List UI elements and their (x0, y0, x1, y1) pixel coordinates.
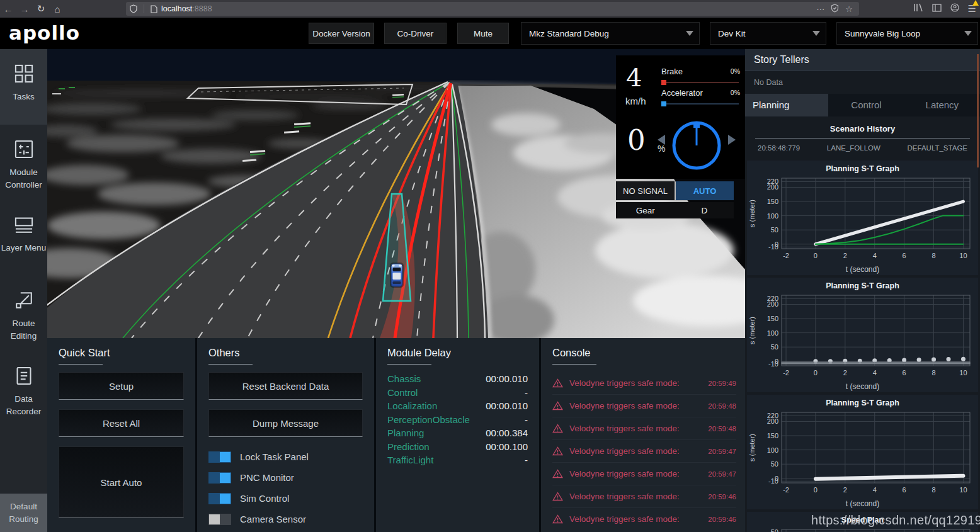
chevron-down-icon (807, 31, 826, 36)
library-icon[interactable] (913, 3, 923, 14)
svg-text:s (meter): s (meter) (748, 434, 756, 461)
page-icon (151, 5, 157, 13)
delay-row-localization: Localization00:00.010 (387, 399, 528, 413)
warning-icon (552, 514, 563, 524)
page-actions-icon[interactable]: ⋯ (816, 4, 824, 14)
svg-text:2: 2 (843, 486, 847, 494)
svg-text:10: 10 (959, 252, 967, 259)
pnc-monitor-toggle[interactable]: PNC Monitor (208, 467, 363, 488)
scenario-history: Scenario History 20:58:48:779 LANE_FOLLO… (745, 116, 980, 158)
watermark: https://blog.csdn.net/qq1291917670 (811, 513, 980, 528)
tab-planning[interactable]: Planning (745, 94, 828, 116)
app-header: apollo Docker Version Co-Driver Mute Mkz… (0, 18, 980, 49)
svg-text:10: 10 (959, 486, 967, 494)
tab-control[interactable]: Control (828, 94, 904, 116)
browser-back-button[interactable]: ← (0, 4, 16, 14)
sidebar-item-layer-menu[interactable]: Layer Menu (0, 200, 47, 276)
reset-all-button[interactable]: Reset All (59, 409, 184, 437)
planning-st-graph-3: Planning S-T Graph -20246810220200150100… (747, 395, 978, 509)
svg-text:50: 50 (771, 528, 778, 532)
sidebar-item-label: Layer Menu (1, 242, 46, 254)
delay-row-perception: PerceptionObstacle- (387, 413, 528, 427)
default-routing-label: Default Routing (0, 501, 47, 525)
svg-text:4: 4 (873, 252, 877, 259)
story-tellers-empty: No Data (745, 71, 980, 94)
menu-icon[interactable]: ☰ (968, 3, 976, 14)
console-entry: Velodyne triggers safe mode: 20:59:48 (552, 417, 736, 439)
sidebar-item-route-editing[interactable]: Route Editing (0, 276, 47, 351)
docker-version-button[interactable]: Docker Version (309, 23, 374, 44)
bookmark-star-icon[interactable]: ☆ (845, 4, 853, 14)
svg-text:-2: -2 (783, 252, 789, 259)
setup-mode-dropdown[interactable]: Mkz Standard Debug (521, 22, 700, 45)
toggle-switch[interactable] (208, 493, 231, 504)
camera-sensor-toggle[interactable]: Camera Sensor (208, 509, 363, 529)
sidebar-item-label: Tasks (13, 91, 35, 103)
svg-text:s (meter): s (meter) (748, 200, 756, 227)
svg-text:-10: -10 (768, 477, 778, 485)
scrollbar-thumb[interactable] (977, 54, 979, 167)
svg-text:6: 6 (903, 369, 906, 376)
vehicle-dropdown[interactable]: Dev Kit (710, 22, 826, 45)
default-routing-button[interactable]: Default Routing (0, 494, 47, 532)
browser-home-button[interactable]: ⌂ (49, 4, 66, 14)
brake-knob (661, 80, 666, 85)
chart-title: Planning S-T Graph (747, 164, 978, 174)
console-entry: Velodyne triggers safe mode: 20:59:47 (552, 439, 736, 462)
reset-backend-data-button[interactable]: Reset Backend Data (208, 372, 363, 400)
accelerator-label: Accelerator (661, 88, 703, 98)
speed-unit: km/h (625, 96, 646, 106)
story-tellers-header: Story Tellers (745, 49, 980, 71)
svg-text:6: 6 (903, 252, 906, 259)
console-entry: Velodyne triggers safe mode: 20:59:46 (552, 485, 736, 507)
warning-icon (552, 401, 563, 410)
clipboard-icon (13, 365, 35, 387)
url-port: :8888 (192, 4, 212, 13)
warning-icon (552, 424, 563, 433)
module-delay-title: Module Delay (387, 347, 528, 359)
chart-title: Planning S-T Graph (747, 281, 978, 291)
dump-message-button[interactable]: Dump Message (208, 409, 363, 437)
toggle-switch[interactable] (208, 514, 231, 525)
tracking-shield-icon[interactable] (831, 4, 839, 14)
sidebar-item-data-recorder[interactable]: Data Recorder (0, 351, 47, 427)
sidebars-icon[interactable] (932, 3, 942, 14)
sim-control-toggle[interactable]: Sim Control (208, 488, 363, 509)
mute-button[interactable]: Mute (457, 23, 509, 44)
console-panel: Console Velodyne triggers safe mode: 20:… (541, 338, 745, 532)
sidebar-item-module-controller[interactable]: Module Controller (0, 125, 47, 200)
chart-xlabel: t (second) (747, 265, 978, 275)
divider (387, 364, 431, 365)
browser-reload-button[interactable]: ↻ (33, 3, 49, 14)
svg-text:s (meter): s (meter) (748, 317, 756, 344)
svg-text:200: 200 (767, 417, 778, 425)
divider (755, 138, 970, 139)
map-dropdown[interactable]: Sunnyvale Big Loop (836, 22, 978, 45)
chart-plot: -20246810220200150100500-10s (meter) (747, 409, 978, 499)
tab-latency[interactable]: Latency (904, 94, 980, 116)
toggle-label: PNC Monitor (240, 472, 294, 483)
setup-button[interactable]: Setup (59, 372, 184, 400)
apollo-logo: apollo (9, 21, 80, 44)
sidebar-item-tasks[interactable]: Tasks (0, 49, 47, 125)
scenario-time: 20:58:48:779 (758, 144, 800, 152)
sidebar-item-label: Route Editing (0, 317, 47, 342)
toggle-switch[interactable] (208, 472, 231, 484)
svg-text:100: 100 (767, 329, 778, 337)
toggle-label: Lock Task Panel (240, 451, 309, 462)
lock-task-panel-toggle[interactable]: Lock Task Panel (208, 446, 363, 467)
svg-text:4: 4 (873, 369, 877, 376)
url-bar[interactable]: localhost:8888 ⋯ ☆ (126, 2, 859, 16)
route-icon (13, 290, 35, 311)
start-auto-button[interactable]: Start Auto (59, 446, 184, 518)
co-driver-button[interactable]: Co-Driver (384, 23, 447, 44)
toggle-switch[interactable] (208, 451, 231, 463)
delay-row-chassis: Chassis00:00.010 (387, 372, 528, 386)
browser-forward-button[interactable]: → (16, 4, 33, 14)
account-icon[interactable] (950, 3, 959, 14)
chevron-down-icon (959, 31, 977, 36)
svg-text:50: 50 (771, 226, 778, 234)
chart-plot: -20246810220200150100500-10s (meter) (747, 174, 978, 265)
driving-mode-status: AUTO (676, 181, 734, 200)
svg-text:50: 50 (771, 343, 778, 351)
